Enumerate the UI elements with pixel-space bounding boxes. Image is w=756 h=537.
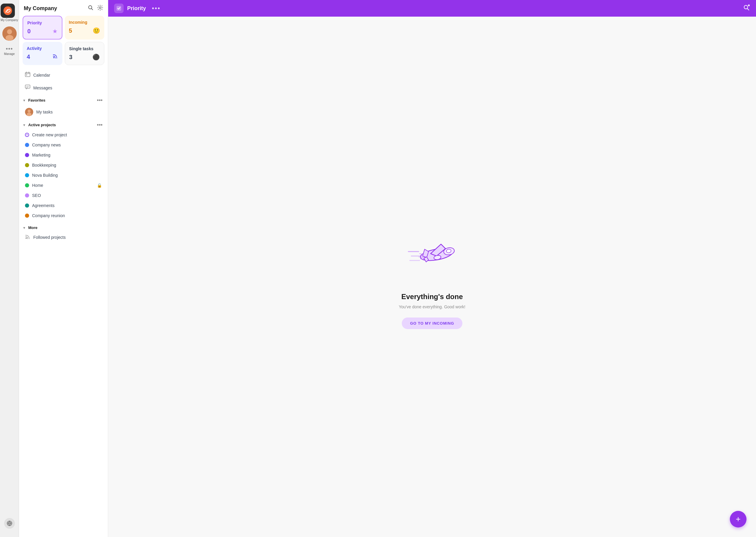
- project-dot: [25, 143, 29, 147]
- project-name: Company news: [32, 143, 102, 147]
- calendar-nav-item[interactable]: Calendar: [22, 68, 106, 81]
- my-tasks-label: My tasks: [36, 109, 53, 114]
- project-name: SEO: [32, 193, 102, 198]
- icon-rail: My Company ••• Manage: [0, 0, 19, 537]
- settings-icon[interactable]: [97, 5, 103, 12]
- svg-rect-16: [116, 6, 121, 11]
- project-dot: [25, 173, 29, 177]
- project-agreements[interactable]: Agreements: [22, 200, 106, 211]
- svg-rect-10: [26, 74, 27, 75]
- topbar-left: Priority •••: [114, 4, 160, 13]
- incoming-card-count: 5: [69, 27, 72, 34]
- project-nova-building[interactable]: Nova Building: [22, 170, 106, 180]
- project-marketing[interactable]: Marketing: [22, 150, 106, 160]
- messages-nav-item[interactable]: Messages: [22, 81, 106, 94]
- active-projects-more-button[interactable]: •••: [95, 121, 104, 129]
- project-dot: [25, 203, 29, 208]
- sidebar-title: My Company: [24, 5, 57, 12]
- svg-point-1: [7, 10, 9, 11]
- single-tasks-count: 3: [69, 54, 72, 61]
- my-tasks-item[interactable]: My tasks: [22, 105, 106, 119]
- topbar-more-button[interactable]: •••: [152, 4, 160, 12]
- svg-point-7: [99, 7, 101, 9]
- create-project-button[interactable]: + Create new project: [22, 130, 106, 140]
- app-icon[interactable]: My Company: [1, 4, 18, 22]
- svg-point-14: [27, 112, 31, 116]
- messages-label: Messages: [33, 86, 52, 90]
- active-projects-section-header: ▼ Active projects •••: [19, 119, 108, 130]
- favorites-more-button[interactable]: •••: [95, 97, 104, 104]
- svg-point-13: [28, 109, 31, 112]
- sidebar-nav: Calendar Messages: [19, 68, 108, 94]
- go-to-incoming-button[interactable]: GO TO MY INCOMING: [402, 317, 463, 329]
- favorites-section-header: ▼ Favorites •••: [19, 94, 108, 105]
- incoming-emoji-icon: 🙂: [93, 27, 100, 34]
- my-tasks-avatar: [25, 108, 33, 116]
- airplane-illustration: [402, 225, 462, 285]
- project-dot: [25, 153, 29, 157]
- project-name: Nova Building: [32, 173, 102, 178]
- project-company-reunion[interactable]: Company reunion: [22, 211, 106, 221]
- active-projects-label: Active projects: [28, 123, 56, 127]
- project-seo[interactable]: SEO: [22, 190, 106, 200]
- svg-point-17: [744, 5, 748, 9]
- globe-button[interactable]: [4, 518, 15, 529]
- favorites-toggle[interactable]: ▼: [22, 99, 26, 102]
- project-bookkeeping[interactable]: Bookkeeping: [22, 160, 106, 170]
- svg-line-28: [420, 259, 424, 259]
- project-dot: [25, 163, 29, 167]
- favorites-list: My tasks: [19, 105, 108, 119]
- project-company-news[interactable]: Company news: [22, 140, 106, 150]
- project-name: Marketing: [32, 153, 102, 157]
- project-name: Bookkeeping: [32, 163, 102, 168]
- svg-point-15: [25, 238, 27, 239]
- svg-point-6: [89, 6, 92, 9]
- active-projects-toggle[interactable]: ▼: [22, 123, 26, 127]
- priority-star-icon: ★: [52, 28, 58, 35]
- project-home[interactable]: Home 🔒: [22, 180, 106, 190]
- sidebar-scroll: + Create new project Company news Market…: [19, 130, 108, 537]
- user-avatar[interactable]: [2, 26, 17, 41]
- sidebar: My Company Priority 0 ★: [19, 0, 108, 537]
- everything-done-subtitle: You've done everything. Good work!: [399, 305, 466, 309]
- create-project-icon: +: [25, 133, 29, 137]
- svg-point-8: [53, 57, 54, 58]
- priority-card[interactable]: Priority 0 ★: [22, 16, 63, 39]
- messages-icon: [25, 84, 30, 91]
- svg-point-4: [5, 35, 13, 41]
- calendar-icon: [25, 71, 30, 78]
- sidebar-header: My Company: [19, 0, 108, 16]
- incoming-card[interactable]: Incoming 5 🙂: [65, 16, 105, 39]
- calendar-label: Calendar: [33, 73, 50, 77]
- main-content: Priority •••: [108, 0, 756, 537]
- sidebar-scroll-area: + Create new project Company news Market…: [19, 130, 108, 537]
- single-tasks-label: Single tasks: [69, 46, 100, 51]
- content-area: Everything's done You've done everything…: [108, 17, 756, 537]
- single-tasks-card[interactable]: Single tasks 3 ⚫: [65, 42, 105, 65]
- followed-projects-item[interactable]: Followed projects: [22, 231, 106, 243]
- home-lock-icon: 🔒: [97, 183, 102, 188]
- fab-add-button[interactable]: +: [730, 511, 746, 527]
- rss-icon: [25, 234, 30, 240]
- priority-topbar-icon: [114, 4, 124, 13]
- favorites-label: Favorites: [28, 98, 45, 103]
- project-name: Agreements: [32, 203, 102, 208]
- project-dot: [25, 214, 29, 218]
- single-tasks-icon: ⚫: [92, 54, 100, 61]
- everything-done-title: Everything's done: [401, 293, 463, 301]
- quick-cards: Priority 0 ★ Incoming 5 🙂 Activity 4: [19, 16, 108, 68]
- svg-point-18: [748, 4, 750, 6]
- more-list: Followed projects: [19, 231, 108, 248]
- svg-point-3: [7, 29, 12, 34]
- more-toggle[interactable]: ▼: [22, 226, 26, 229]
- search-icon[interactable]: [88, 5, 94, 12]
- manage-button[interactable]: ••• Manage: [4, 45, 15, 56]
- activity-card[interactable]: Activity 4: [22, 42, 63, 65]
- svg-rect-9: [25, 72, 30, 77]
- followed-projects-label: Followed projects: [33, 235, 66, 240]
- project-name: Company reunion: [32, 213, 102, 218]
- activity-rss-icon: [52, 53, 58, 61]
- project-dot: [25, 183, 29, 187]
- more-label: More: [28, 226, 37, 230]
- topbar-search-icon[interactable]: [743, 4, 750, 13]
